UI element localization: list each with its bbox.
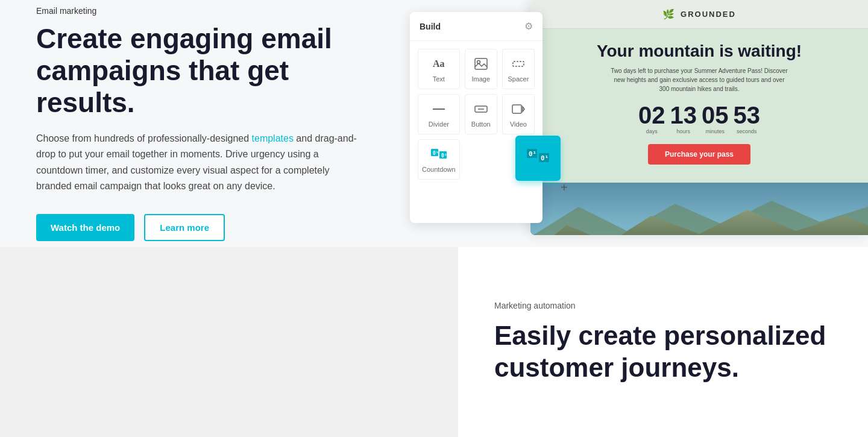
email-cta-button[interactable]: Purchase your pass xyxy=(648,144,750,165)
builder-title: Build xyxy=(420,22,441,31)
timer-minutes-label: minutes xyxy=(705,128,725,134)
gear-icon[interactable]: ⚙ xyxy=(524,20,533,32)
main-heading: Create engaging email campaigns that get… xyxy=(36,23,362,119)
description: Choose from hundreds of professionally-d… xyxy=(36,131,362,195)
watch-demo-button[interactable]: Watch the demo xyxy=(36,214,134,241)
marketing-automation-heading: Easily create personalized customer jour… xyxy=(494,320,832,384)
builder-item-button-label: Button xyxy=(471,121,491,128)
countdown-badge-icon: 0¹ 0¹ xyxy=(526,148,550,169)
builder-item-text-label: Text xyxy=(433,75,445,83)
bottom-left-placeholder xyxy=(0,247,458,437)
svg-rect-7 xyxy=(512,105,521,113)
svg-rect-3 xyxy=(513,61,524,66)
countdown-icon: 0¹ 0¹ xyxy=(430,146,447,163)
email-preview-header: 🌿 GROUNDED xyxy=(530,0,868,29)
builder-item-spacer[interactable]: Spacer xyxy=(502,49,535,89)
builder-header: Build ⚙ xyxy=(410,12,542,41)
timer-days-label: days xyxy=(646,128,658,134)
countdown-timer: 02 days 13 hours 05 minutes xyxy=(542,103,856,134)
builder-item-video[interactable]: Video xyxy=(502,94,535,134)
svg-text:0¹: 0¹ xyxy=(433,151,439,156)
timer-seconds-value: 53 xyxy=(734,103,761,127)
builder-item-image-label: Image xyxy=(471,75,490,83)
brand-name: GROUNDED xyxy=(681,10,736,19)
right-content: Build ⚙ Aa Text xyxy=(398,0,868,247)
grounded-logo: 🌿 GROUNDED xyxy=(662,8,736,20)
timer-days-value: 02 xyxy=(638,103,665,127)
learn-more-button[interactable]: Learn more xyxy=(144,214,225,241)
bottom-section: Marketing automation Easily create perso… xyxy=(0,247,868,437)
left-content: Email marketing Create engaging email ca… xyxy=(0,0,398,247)
svg-text:0¹: 0¹ xyxy=(541,154,549,162)
builder-item-video-label: Video xyxy=(510,121,527,128)
svg-text:Aa: Aa xyxy=(433,58,445,69)
builder-item-divider[interactable]: Divider xyxy=(418,94,460,134)
spacer-icon xyxy=(511,55,526,72)
video-icon xyxy=(511,101,526,118)
timer-days: 02 days xyxy=(638,103,665,134)
builder-panel: Build ⚙ Aa Text xyxy=(410,12,542,223)
builder-item-countdown[interactable]: 0¹ 0¹ Countdown xyxy=(418,139,460,180)
email-description: Two days left to purchase your Summer Ad… xyxy=(609,66,790,93)
timer-hours-value: 13 xyxy=(670,103,697,127)
countdown-badge: 0¹ 0¹ xyxy=(515,136,561,181)
section-label: Email marketing xyxy=(36,6,362,16)
timer-minutes-value: 05 xyxy=(702,103,729,127)
svg-marker-8 xyxy=(523,107,524,112)
bottom-right-content: Marketing automation Easily create perso… xyxy=(458,271,868,414)
builder-item-divider-label: Divider xyxy=(429,121,449,128)
svg-text:0¹: 0¹ xyxy=(441,153,447,159)
templates-link[interactable]: templates xyxy=(252,133,294,143)
mountain-image xyxy=(530,183,868,235)
email-tagline: Your mountain is waiting! xyxy=(542,41,856,61)
button-group: Watch the demo Learn more xyxy=(36,214,362,241)
marketing-automation-label: Marketing automation xyxy=(494,301,832,310)
timer-hours: 13 hours xyxy=(670,103,697,134)
builder-item-spacer-label: Spacer xyxy=(508,75,529,83)
divider-icon xyxy=(432,101,446,118)
timer-seconds-label: seconds xyxy=(737,128,757,134)
builder-item-image[interactable]: Image xyxy=(465,49,497,89)
timer-seconds: 53 seconds xyxy=(734,103,761,134)
logo-leaf-icon: 🌿 xyxy=(662,8,676,20)
builder-item-text[interactable]: Aa Text xyxy=(418,49,460,89)
builder-item-button[interactable]: Button xyxy=(465,94,497,134)
plus-icon: + xyxy=(561,181,568,195)
svg-rect-1 xyxy=(475,58,487,69)
timer-hours-label: hours xyxy=(676,128,690,134)
image-icon xyxy=(474,55,488,72)
text-icon: Aa xyxy=(432,55,446,72)
timer-minutes: 05 minutes xyxy=(702,103,729,134)
email-preview: 🌿 GROUNDED Your mountain is waiting! Two… xyxy=(530,0,868,235)
email-preview-body: Your mountain is waiting! Two days left … xyxy=(530,29,868,183)
button-icon xyxy=(474,101,488,118)
svg-text:0¹: 0¹ xyxy=(529,150,536,158)
builder-item-countdown-label: Countdown xyxy=(422,166,456,173)
email-marketing-section: Email marketing Create engaging email ca… xyxy=(0,0,868,247)
